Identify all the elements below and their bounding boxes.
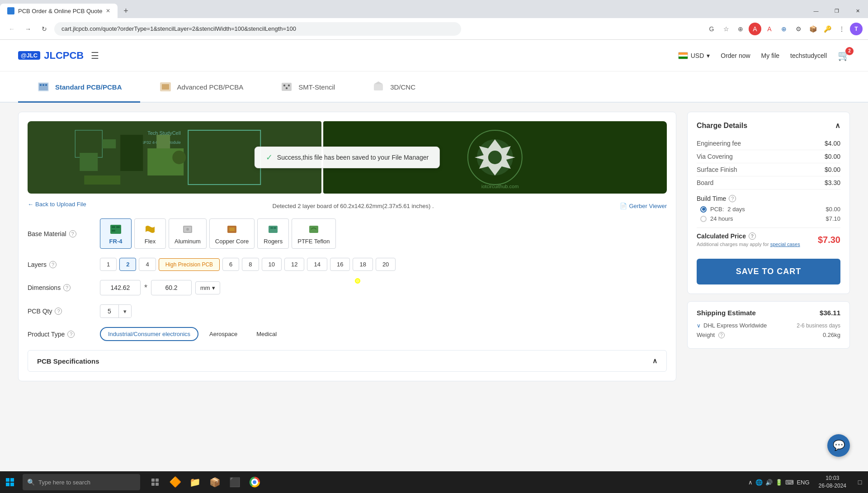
volume-icon[interactable]: 🔊 [765,479,773,486]
google-icon[interactable]: G [705,23,718,35]
dimension-unit-value: mm [200,284,210,291]
layer-option-12[interactable]: 12 [284,258,304,271]
dimension-unit-selector[interactable]: mm ▾ [195,281,220,294]
pcb-qty-arrow-icon[interactable]: ▾ [119,305,131,318]
product-type-help-icon[interactable]: ? [67,331,75,338]
product-type-industrial[interactable]: Industrial/Consumer electronics [100,327,198,341]
taskbar-app5[interactable]: ⬛ [225,471,244,493]
layers-help-icon[interactable]: ? [49,261,57,268]
keyboard-icon[interactable]: ⌨ [785,479,794,486]
tab-smt-stencil[interactable]: SMT-Stencil [261,72,353,103]
weight-label: Weight ? [697,332,725,338]
address-bar[interactable] [54,22,461,36]
pcb-specifications-section[interactable]: PCB Specifications ∧ [28,350,667,372]
option-aluminum[interactable]: Aluminum [169,218,207,249]
layer-option-6[interactable]: 6 [222,258,239,271]
option-ptfe-teflon[interactable]: PTFE Teflon [292,218,335,249]
cart-button[interactable]: 🛒 2 [838,50,850,62]
taskbar-chrome[interactable] [245,471,264,493]
layer-option-1[interactable]: 1 [100,258,117,271]
adobe-icon[interactable]: A [763,23,776,35]
new-tab-button[interactable]: + [119,5,132,17]
weight-help-icon[interactable]: ? [718,332,725,338]
taskbar-system-tray: ∧ 🌐 🔊 🔋 ⌨ ENG 10:03 26-08-2024 □ [745,471,868,493]
product-type-aerospace[interactable]: Aerospace [201,327,245,341]
option-flex[interactable]: Flex [134,218,166,249]
charge-details-collapse-icon[interactable]: ∧ [835,121,840,130]
back-to-upload-link[interactable]: ← Back to Upload File [28,201,86,208]
layer-option-20[interactable]: 20 [376,258,396,271]
layer-option-16[interactable]: 16 [330,258,350,271]
currency-selector[interactable]: USD ▾ [678,52,710,59]
svg-rect-33 [112,230,115,232]
taskbar-file-explorer[interactable]: 📁 [185,471,204,493]
build-time-2days[interactable]: PCB: 2 days $0.00 [700,206,840,213]
taskbar-app4[interactable]: 📦 [205,471,224,493]
my-file-link[interactable]: My file [761,52,779,59]
extensions-icon[interactable]: A [749,23,761,35]
calculated-price-help-icon[interactable]: ? [749,232,756,240]
option-fr4[interactable]: FR-4 [100,218,132,249]
option-rogers[interactable]: Rogers [257,218,289,249]
layer-option-4[interactable]: 4 [139,258,156,271]
active-tab[interactable]: PCB Order & Online PCB Quote ✕ [0,4,118,18]
taskbar-search[interactable]: 🔍 Type here to search [23,474,140,490]
username-link[interactable]: techstudycell [790,52,827,59]
tab-standard-pcb[interactable]: Standard PCB/PCBA [18,72,140,103]
taskbar-clock[interactable]: 10:03 26-08-2024 [813,474,852,490]
pcb-qty-row: PCB Qty ? 5 ▾ [28,304,667,318]
tab-close-button[interactable]: ✕ [106,8,110,14]
product-type-medical[interactable]: Medical [248,327,285,341]
pcb-qty-help-icon[interactable]: ? [55,308,62,315]
special-cases-link[interactable]: special cases [770,242,800,247]
option-copper-core[interactable]: Copper Core [209,218,255,249]
extension3-icon[interactable]: 🔑 [821,23,834,35]
start-button[interactable] [0,471,20,493]
extension1-icon[interactable]: ⚙ [792,23,805,35]
refresh-button[interactable]: ↻ [38,23,51,35]
build-time-help-icon[interactable]: ? [729,195,736,202]
layer-option-14[interactable]: 14 [307,258,327,271]
bookmark-icon[interactable]: ⊕ [734,23,747,35]
build-time-24hours[interactable]: 24 hours $7.10 [700,215,840,222]
dimension-height-input[interactable] [151,280,192,295]
notification-button[interactable]: □ [852,471,868,493]
site-logo[interactable]: @JLC JLCPCB [18,50,84,62]
vpn-icon[interactable]: ⊕ [778,23,790,35]
battery-icon[interactable]: 🔋 [775,479,783,486]
layer-option-8[interactable]: 8 [242,258,259,271]
close-button[interactable]: ✕ [847,2,868,20]
dimensions-help-icon[interactable]: ? [63,284,71,291]
dimension-width-input[interactable] [100,280,141,295]
tray-up-icon[interactable]: ∧ [748,479,753,486]
more-icon[interactable]: ⋮ [835,23,848,35]
network-icon[interactable]: 🌐 [755,479,763,486]
chat-button[interactable]: 💬 [827,434,850,457]
tab-advanced-pcb[interactable]: Advanced PCB/PCBA [140,72,262,103]
tab-3d-cnc[interactable]: 3D/CNC [353,72,434,103]
back-button[interactable]: ← [5,23,18,35]
forward-button[interactable]: → [22,23,34,35]
save-to-cart-button[interactable]: SAVE TO CART [697,259,840,284]
minimize-button[interactable]: — [806,2,826,20]
profile-avatar[interactable]: T [850,23,863,35]
gerber-viewer-link[interactable]: 📄 Gerber Viewer [620,203,667,209]
star-icon[interactable]: ☆ [720,23,732,35]
success-icon: ✓ [266,152,273,162]
shipping-method-selector[interactable]: ∨ DHL Express Worldwide [697,322,767,329]
order-now-link[interactable]: Order now [721,52,750,59]
extension2-icon[interactable]: 📦 [807,23,819,35]
layer-option-10[interactable]: 10 [262,258,282,271]
hamburger-menu[interactable]: ☰ [91,50,99,61]
taskbar-vlc[interactable]: 🔶 [165,471,184,493]
maximize-button[interactable]: ❐ [826,2,847,20]
base-material-help-icon[interactable]: ? [69,230,76,237]
layer-option-18[interactable]: 18 [353,258,373,271]
high-precision-pcb-option[interactable]: High Precision PCB [159,258,220,271]
pcb-qty-selector[interactable]: 5 ▾ [100,304,132,318]
shipping-method-row: ∨ DHL Express Worldwide 2-6 business day… [697,322,840,329]
layer-option-2[interactable]: 2 [119,258,136,271]
language-label[interactable]: ENG [797,479,809,486]
dimensions-label: Dimensions ? [28,284,100,291]
taskbar-task-view[interactable] [146,471,165,493]
